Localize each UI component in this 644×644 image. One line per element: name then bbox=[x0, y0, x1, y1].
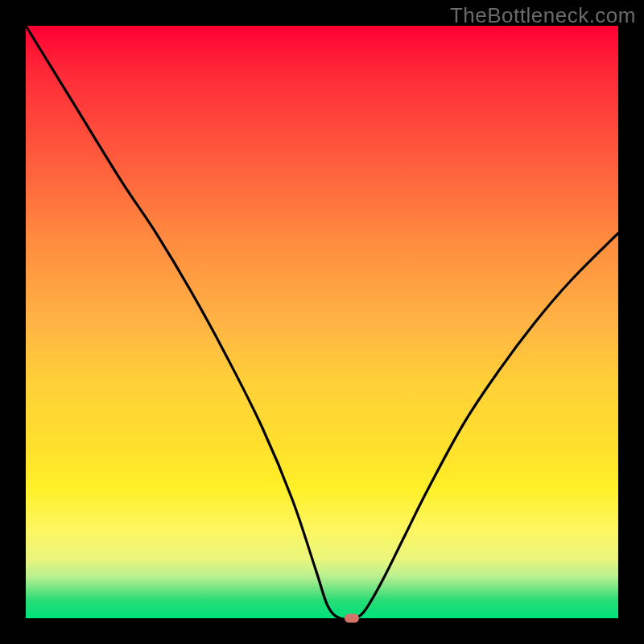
optimal-point-marker bbox=[345, 614, 359, 623]
watermark-text: TheBottleneck.com bbox=[450, 3, 636, 28]
chart-plot-area bbox=[26, 26, 618, 618]
bottleneck-curve bbox=[26, 26, 618, 618]
